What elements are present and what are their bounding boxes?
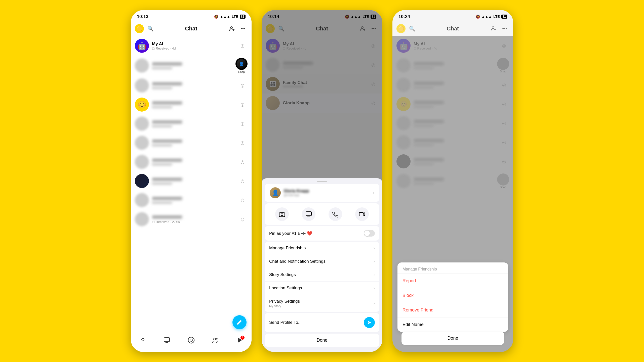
nav-map[interactable]: [139, 337, 146, 344]
camera-action-4[interactable]: ◎: [237, 100, 248, 110]
report-item[interactable]: Report: [397, 274, 508, 288]
chat-status-4: [152, 106, 237, 108]
list-item-2[interactable]: 👤 Snap: [131, 55, 252, 76]
chat-info-9: [152, 196, 237, 204]
list-item-9[interactable]: ◎: [131, 191, 252, 210]
chat-status-5: [152, 125, 237, 127]
svg-point-7: [214, 338, 216, 340]
avatar-7: [135, 155, 149, 169]
compose-icon: [236, 319, 243, 325]
stories-badge: !: [240, 336, 245, 340]
chat-notification-item[interactable]: Chat and Notification Settings ›: [265, 255, 379, 268]
remove-friend-item[interactable]: Remove Friend: [397, 303, 508, 318]
battery-indicator-1: 82: [240, 15, 246, 19]
camera-action-9[interactable]: ◎: [237, 195, 248, 205]
phone-icon-modal: [332, 211, 339, 217]
svg-point-6: [190, 339, 192, 341]
add-friend-button-1[interactable]: [227, 24, 236, 33]
chat-status-10: ◻ Received · 274w: [152, 220, 237, 224]
nav-stories[interactable]: !: [236, 337, 243, 344]
chat-info-5: [152, 120, 237, 127]
signal-icon-3: ▲▲▲: [481, 15, 492, 19]
chat-name-2: [152, 62, 235, 67]
camera-action-6[interactable]: ◎: [237, 138, 248, 148]
story-settings-item[interactable]: Story Settings ›: [265, 268, 379, 282]
search-button-1[interactable]: 🔍: [146, 24, 155, 33]
list-item-myai[interactable]: 🤖 My AI ◻ Received · 4d ◎: [131, 36, 252, 55]
phone-action-btn[interactable]: [329, 207, 342, 221]
list-item-7[interactable]: ◎: [131, 152, 252, 171]
done-button-3[interactable]: Done: [401, 332, 504, 345]
camera-action-3[interactable]: ◎: [237, 80, 248, 90]
snap-badge[interactable]: 👤 Snap: [235, 58, 248, 73]
profile-sub: gloriaknapp: [284, 193, 309, 197]
privacy-settings-sub: My Story: [269, 304, 300, 308]
user-avatar-3[interactable]: 🟡: [396, 24, 406, 33]
chat-status-9: [152, 201, 237, 204]
camera-action-7[interactable]: ◎: [237, 157, 248, 167]
profile-row[interactable]: 👤 Gloria Knapp gloriaknapp ›: [265, 184, 379, 202]
done-button-2[interactable]: Done: [265, 334, 379, 347]
action-icons-row: [265, 203, 379, 225]
manage-friendship-label: Manage Friendship: [269, 246, 306, 251]
friendship-modal-title: Manage Friendship: [397, 262, 508, 274]
chat-info-8: [152, 177, 237, 185]
svg-rect-15: [306, 212, 311, 216]
list-item-6[interactable]: ◎: [131, 133, 252, 152]
list-item-8[interactable]: ◎: [131, 171, 252, 191]
avatar-10: [135, 212, 149, 226]
video-action-btn[interactable]: [355, 207, 369, 221]
edit-name-item[interactable]: Edit Name: [397, 318, 508, 332]
profile-name: Gloria Knapp: [284, 189, 309, 193]
profile-left: 👤 Gloria Knapp gloriaknapp: [270, 187, 309, 198]
status-icons-1: 🔕 ▲▲▲ LTE 82: [214, 15, 246, 19]
chat-status-8: [152, 182, 237, 185]
manage-friendship-item[interactable]: Manage Friendship ›: [265, 242, 379, 255]
page-title-3: Chat: [417, 25, 489, 32]
more-button-3[interactable]: •••: [500, 24, 509, 33]
chat-action-btn[interactable]: [302, 207, 315, 221]
camera-action-8[interactable]: ◎: [237, 176, 248, 186]
camera-action-myai[interactable]: ◎: [237, 41, 248, 51]
story-settings-label: Story Settings: [269, 272, 296, 277]
privacy-settings-label: Privacy Settings: [269, 299, 300, 304]
camera-action-btn[interactable]: [275, 207, 289, 221]
nav-chat[interactable]: [163, 337, 170, 344]
avatar-3: [135, 78, 149, 93]
chat-list-1: 🤖 My AI ◻ Received · 4d ◎: [131, 36, 252, 332]
list-item-4[interactable]: 😊 ◎: [131, 95, 252, 114]
bell-mute-icon: 🔕: [214, 15, 218, 19]
status-icon-small: ◻: [152, 47, 155, 50]
user-avatar-1[interactable]: 🟡: [135, 24, 144, 33]
list-item-5[interactable]: ◎: [131, 114, 252, 133]
camera-action-5[interactable]: ◎: [237, 119, 248, 129]
phone-3: 10:24 🔕 ▲▲▲ LTE 81 🟡 🔍 Chat: [392, 10, 513, 352]
avatar-8: [135, 174, 149, 188]
snap-avatar: 👤: [237, 59, 246, 69]
chat-name-6: [152, 139, 237, 144]
chat-name-5: [152, 120, 237, 125]
chat-name-10: [152, 215, 237, 220]
list-item-3[interactable]: ◎: [131, 76, 252, 95]
nav-friends[interactable]: [212, 337, 219, 344]
add-friend-button-3[interactable]: [489, 24, 498, 33]
menu-section: Manage Friendship › Chat and Notificatio…: [265, 242, 379, 312]
signal-icon: ▲▲▲: [220, 15, 230, 19]
nav-camera[interactable]: [187, 336, 195, 344]
search-button-3[interactable]: 🔍: [408, 24, 417, 33]
chat-info-10: ◻ Received · 274w: [152, 215, 237, 224]
compose-button[interactable]: [232, 315, 247, 329]
more-button-1[interactable]: •••: [238, 24, 248, 33]
privacy-settings-item[interactable]: Privacy Settings My Story ›: [265, 295, 379, 312]
svg-point-0: [230, 27, 232, 29]
camera-action-10[interactable]: ◎: [237, 214, 248, 224]
block-item[interactable]: Block: [397, 288, 508, 303]
send-profile-button[interactable]: [364, 317, 375, 328]
chat-name-4: [152, 101, 237, 106]
story-settings-chevron: ›: [374, 273, 375, 277]
pin-bff-label: Pin as your #1 BFF ❤️: [269, 231, 312, 236]
pin-bff-toggle[interactable]: [364, 230, 375, 237]
location-settings-item[interactable]: Location Settings ›: [265, 282, 379, 295]
list-item-10[interactable]: ◻ Received · 274w ◎: [131, 210, 252, 229]
send-profile-row[interactable]: Send Profile To...: [265, 313, 379, 332]
